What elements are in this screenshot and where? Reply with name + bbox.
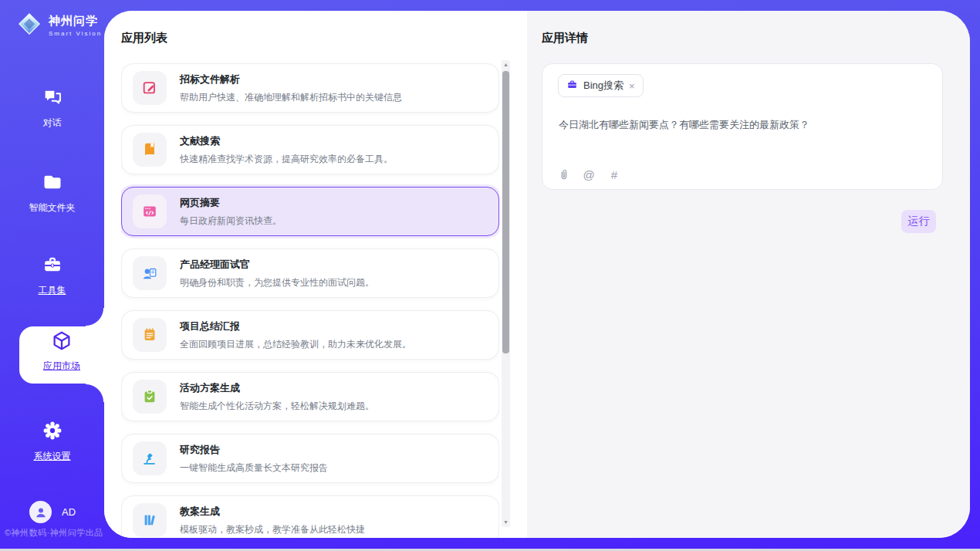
app-item-title: 网页摘要	[180, 196, 282, 210]
scrollbar-thumb[interactable]	[502, 71, 509, 353]
hash-icon[interactable]: #	[607, 167, 622, 182]
app-list-title: 应用列表	[121, 31, 167, 46]
app-detail-panel: 应用详情 Bing搜索 × 今日湖北有哪些新闻要点？有哪些需要关注的最新政策？	[527, 11, 970, 538]
user-account[interactable]: AD	[29, 501, 76, 523]
clipboard-check-icon	[133, 380, 167, 414]
app-item-web-summary[interactable]: 网页摘要 每日政府新闻资讯快查。	[121, 187, 499, 236]
notepad-icon	[133, 318, 167, 352]
app-item-title: 教案生成	[180, 505, 365, 519]
avatar	[29, 501, 52, 523]
active-tab-fillet-top	[86, 308, 104, 326]
microscope-icon	[133, 441, 167, 475]
sidebar-item-toolbox[interactable]: 工具集	[0, 254, 104, 297]
scroll-up-icon[interactable]: ▲	[502, 60, 510, 69]
brand-diamond-icon	[15, 10, 43, 41]
app-item-desc: 智能生成个性化活动方案，轻松解决规划难题。	[180, 400, 374, 413]
brand-subtitle: Smart Vision	[49, 30, 102, 37]
tool-chip-label: Bing搜索	[583, 79, 623, 93]
attachment-icon[interactable]	[556, 167, 571, 182]
active-tab-fillet-bottom	[86, 384, 104, 402]
app-item-title: 项目总结汇报	[180, 319, 411, 333]
app-item-pm-interviewer[interactable]: 产品经理面试官 明确身份和职责，为您提供专业性的面试问题。	[121, 248, 499, 298]
app-item-title: 招标文件解析	[180, 73, 402, 86]
toolbox-icon	[42, 254, 63, 279]
app-item-desc: 一键智能生成高质量长文本研究报告	[180, 461, 328, 475]
chip-close-icon[interactable]: ×	[629, 81, 635, 91]
sidebar-item-label: 智能文件夹	[29, 201, 76, 215]
chat-icon	[42, 86, 63, 111]
run-button[interactable]: 运行	[901, 210, 936, 233]
copyright-footer: ©神州数码·神州问学出品	[5, 527, 103, 539]
gear-icon	[42, 420, 63, 445]
cube-icon	[50, 330, 73, 356]
scroll-down-icon[interactable]: ▼	[502, 518, 510, 527]
app-item-title: 产品经理面试官	[180, 258, 374, 272]
book-icon	[133, 133, 167, 167]
sidebar-item-label: 工具集	[39, 284, 66, 297]
sidebar-item-app-market[interactable]: 应用市场	[19, 330, 104, 373]
sidebar-item-label: 应用市场	[43, 360, 80, 373]
prompt-card: Bing搜索 × 今日湖北有哪些新闻要点？有哪些需要关注的最新政策？ @ #	[542, 63, 943, 190]
briefcase-icon	[566, 79, 578, 93]
folder-icon	[42, 171, 63, 196]
brand-name: 神州问学	[49, 14, 102, 29]
app-item-project-summary[interactable]: 项目总结汇报 全面回顾项目进展，总结经验教训，助力未来优化发展。	[121, 310, 499, 360]
app-item-desc: 模板驱动，教案秒成，教学准备从此轻松快捷	[180, 523, 365, 536]
input-toolbar: @ #	[556, 167, 622, 182]
app-item-title: 文献搜索	[180, 134, 393, 148]
tender-doc-icon	[133, 71, 167, 105]
app-item-activity-plan[interactable]: 活动方案生成 智能生成个性化活动方案，轻松解决规划难题。	[121, 372, 499, 421]
sidebar-item-label: 系统设置	[34, 450, 71, 463]
brand-logo: 神州问学 Smart Vision	[15, 10, 102, 41]
app-detail-title: 应用详情	[542, 31, 588, 46]
app-list: 招标文件解析 帮助用户快速、准确地理解和解析招标书中的关键信息 文献搜索 快速精…	[121, 63, 499, 538]
app-item-desc: 快速精准查找学术资源，提高研究效率的必备工具。	[180, 153, 393, 166]
app-item-tender-parse[interactable]: 招标文件解析 帮助用户快速、准确地理解和解析招标书中的关键信息	[121, 63, 499, 113]
app-item-title: 活动方案生成	[180, 381, 374, 395]
app-item-lesson-plan[interactable]: 教案生成 模板驱动，教案秒成，教学准备从此轻松快捷	[121, 495, 499, 538]
app-item-desc: 帮助用户快速、准确地理解和解析招标书中的关键信息	[180, 91, 402, 104]
sidebar: 神州问学 Smart Vision 对话 智能文件夹	[0, 0, 104, 551]
sidebar-item-settings[interactable]: 系统设置	[0, 420, 104, 463]
app-list-panel: 应用列表 招标文件解析 帮助用户快速、准确地理解和解析招标书中的关键信息	[104, 11, 527, 538]
sidebar-item-smart-folder[interactable]: 智能文件夹	[0, 171, 104, 215]
app-item-desc: 全面回顾项目进展，总结经验教训，助力未来优化发展。	[180, 338, 411, 351]
app-item-research-report[interactable]: 研究报告 一键智能生成高质量长文本研究报告	[121, 434, 499, 483]
user-name: AD	[62, 506, 76, 518]
app-item-desc: 每日政府新闻资讯快查。	[180, 215, 282, 228]
query-input[interactable]: 今日湖北有哪些新闻要点？有哪些需要关注的最新政策？	[559, 117, 928, 133]
app-item-desc: 明确身份和职责，为您提供专业性的面试问题。	[180, 276, 374, 289]
app-list-scrollbar[interactable]: ▲ ▼	[502, 60, 510, 527]
app-item-title: 研究报告	[180, 443, 328, 457]
sidebar-item-label: 对话	[43, 117, 62, 130]
web-code-icon	[133, 194, 167, 228]
books-icon	[133, 503, 167, 537]
main-content: 应用列表 招标文件解析 帮助用户快速、准确地理解和解析招标书中的关键信息	[104, 11, 970, 538]
interviewer-icon	[133, 256, 167, 290]
mention-icon[interactable]: @	[581, 167, 596, 182]
tool-chip-bing-search[interactable]: Bing搜索 ×	[558, 74, 644, 97]
app-item-literature-search[interactable]: 文献搜索 快速精准查找学术资源，提高研究效率的必备工具。	[121, 125, 499, 174]
sidebar-item-chat[interactable]: 对话	[0, 86, 104, 130]
